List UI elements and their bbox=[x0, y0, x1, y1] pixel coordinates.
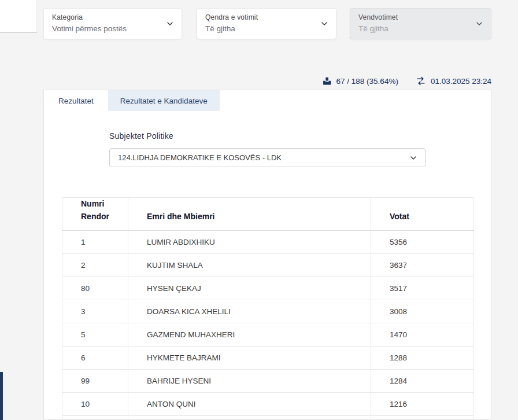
cell-votes: 1470 bbox=[371, 323, 474, 347]
cell-nr: 2 bbox=[62, 254, 128, 277]
cell-votes: 5356 bbox=[371, 231, 474, 254]
tab-bar: Rezultatet Rezultatet e Kandidateve bbox=[44, 90, 491, 111]
cell-nr: 10 bbox=[62, 393, 128, 416]
filter-label: Qendra e votimit bbox=[205, 13, 316, 21]
cell-votes: 3008 bbox=[371, 300, 474, 323]
chevron-down-icon bbox=[475, 19, 484, 31]
table-row: 5 GAZMEND MUHAXHERI 1470 bbox=[62, 323, 474, 347]
turnout-stat: 67 / 188 (35.64%) bbox=[322, 76, 398, 86]
filter-label: Kategoria bbox=[52, 13, 162, 21]
updated-stat: 01.03.2025 23:24 bbox=[416, 76, 491, 86]
col-votat: Votat bbox=[371, 198, 474, 231]
chevron-down-icon bbox=[409, 153, 418, 164]
results-card: Rezultatet Rezultatet e Kandidateve Subj… bbox=[43, 90, 491, 420]
filter-kategoria[interactable]: Kategoria Votimi përmes postës bbox=[43, 8, 182, 39]
stats-bar: 67 / 188 (35.64%) 01.03.2025 23:24 bbox=[322, 76, 491, 86]
cell-name: KUJTIM SHALA bbox=[128, 254, 371, 277]
cell-votes: 3637 bbox=[371, 254, 474, 277]
table-row: 6 HYKMETE BAJRAMI 1288 bbox=[62, 347, 474, 370]
filter-value: Të gjitha bbox=[358, 24, 471, 33]
political-subject-select[interactable]: 124.LIDHJA DEMOKRATIKE E KOSOVËS - LDK bbox=[109, 148, 426, 167]
cell-name: GAZMEND MUHAXHERI bbox=[128, 323, 371, 347]
side-widget-edge[interactable] bbox=[0, 372, 3, 420]
filter-value: Votimi përmes postës bbox=[52, 24, 162, 33]
cell-votes: 1288 bbox=[371, 347, 474, 370]
cell-nr: 80 bbox=[62, 277, 128, 300]
cell-votes: 1216 bbox=[371, 393, 474, 416]
tab-rezultatet[interactable]: Rezultatet bbox=[44, 90, 108, 111]
filter-qendra-e-votimit[interactable]: Qendra e votimit Të gjitha bbox=[197, 8, 336, 39]
turnout-text: 67 / 188 (35.64%) bbox=[336, 77, 398, 86]
filter-vendvotimet: Vendvotimet Të gjitha bbox=[350, 8, 491, 39]
table-header-row: Numri Rendor Emri dhe Mbiemri Votat bbox=[62, 198, 474, 231]
table-row: 2 KUJTIM SHALA 3637 bbox=[62, 254, 474, 277]
cell-nr: 99 bbox=[62, 370, 128, 393]
selected-subject: 124.LIDHJA DEMOKRATIKE E KOSOVËS - LDK bbox=[118, 153, 282, 162]
swap-arrows-icon bbox=[416, 76, 426, 86]
ballot-box-icon bbox=[322, 76, 332, 86]
tab-rezultatet-e-kandidateve[interactable]: Rezultatet e Kandidateve bbox=[108, 90, 220, 111]
cell-votes: 1284 bbox=[371, 370, 474, 393]
filter-label: Vendvotimet bbox=[358, 13, 471, 21]
cell-name: DOARSA KICA XHELILI bbox=[128, 300, 371, 323]
table-row: 80 HYSEN ÇEKAJ 3517 bbox=[62, 277, 474, 300]
cell-nr: 6 bbox=[62, 347, 128, 370]
updated-text: 01.03.2025 23:24 bbox=[431, 77, 491, 86]
table-row-partial bbox=[62, 416, 474, 420]
col-numri-rendor: Numri Rendor bbox=[62, 198, 128, 231]
chevron-down-icon bbox=[320, 19, 329, 31]
candidates-table: Numri Rendor Emri dhe Mbiemri Votat 1 LU… bbox=[62, 197, 474, 420]
page-corner bbox=[0, 0, 37, 33]
cell-nr: 1 bbox=[62, 231, 128, 254]
filter-value: Të gjitha bbox=[205, 24, 316, 33]
col-emri-mbiemri: Emri dhe Mbiemri bbox=[128, 198, 371, 231]
table-row: 10 ANTON QUNI 1216 bbox=[62, 393, 474, 416]
cell-name: HYKMETE BAJRAMI bbox=[128, 347, 371, 370]
cell-name: LUMIR ABDIXHIKU bbox=[128, 231, 371, 254]
subject-label: Subjektet Politike bbox=[109, 131, 173, 141]
cell-name: BAHRIJE HYSENI bbox=[128, 370, 371, 393]
table-row: 1 LUMIR ABDIXHIKU 5356 bbox=[62, 231, 474, 254]
chevron-down-icon bbox=[165, 19, 175, 31]
cell-votes: 3517 bbox=[371, 277, 474, 300]
table-row: 99 BAHRIJE HYSENI 1284 bbox=[62, 370, 474, 393]
cell-name: ANTON QUNI bbox=[128, 393, 371, 416]
table-row: 3 DOARSA KICA XHELILI 3008 bbox=[62, 300, 474, 323]
cell-name: HYSEN ÇEKAJ bbox=[128, 277, 371, 300]
cell-nr: 3 bbox=[62, 300, 128, 323]
cell-nr: 5 bbox=[62, 323, 128, 347]
